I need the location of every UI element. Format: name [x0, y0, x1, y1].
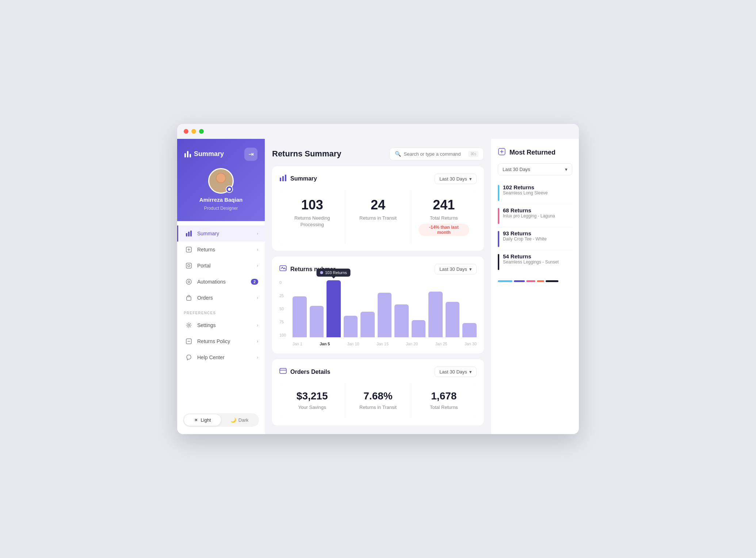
chart-bar-6	[378, 293, 392, 337]
page-title: Returns Summary	[272, 149, 341, 159]
stat-returns-needing: 103 Returns NeedingProcessing	[279, 190, 345, 243]
close-dot[interactable]	[184, 129, 188, 134]
nav-label-settings: Settings	[197, 322, 252, 328]
orders-stat-total: 1,678 Total Returns	[411, 383, 477, 418]
returned-items-list: 102 Returns Seamless Long Sleeve 68 Retu…	[498, 181, 572, 273]
nav-label-orders: Orders	[197, 295, 252, 301]
maximize-dot[interactable]	[199, 129, 204, 134]
panel-title-label: Most Returned	[509, 149, 555, 156]
item-info-1: 68 Returns Inlux pro Legging - Laguna	[503, 207, 555, 219]
panel-period-dropdown[interactable]: Last 30 Days ▾	[498, 163, 572, 175]
preferences-label: PREFERENCES	[177, 306, 265, 317]
orders-period-dropdown[interactable]: Last 30 Days ▾	[435, 367, 477, 377]
chart-card: Returns nubmer Last 30 Days ▾ 100 75 50 …	[272, 257, 484, 353]
chart-bar-group-9	[428, 280, 443, 337]
user-name: Amirreza Baqian	[199, 197, 243, 203]
orders-stat-number-0: $3,215	[287, 390, 337, 402]
nav-label-returns-policy: Returns Policy	[197, 338, 252, 344]
sidebar-item-returns[interactable]: Returns ›	[177, 242, 265, 258]
svg-rect-7	[186, 263, 191, 268]
exit-button[interactable]: ⇥	[244, 148, 257, 161]
search-bar[interactable]: 🔍 ⌘s	[389, 148, 484, 160]
chart-bar-3	[327, 280, 341, 337]
svg-rect-11	[187, 297, 191, 300]
sidebar-item-help-center[interactable]: Help Center ›	[177, 349, 265, 365]
sidebar-item-settings[interactable]: Settings ›	[177, 317, 265, 333]
chart-bar-7	[394, 304, 409, 337]
chart-bar-10	[446, 302, 460, 337]
sidebar-item-summary[interactable]: Summary ›	[177, 225, 265, 242]
sidebar-nav: Summary › Returns › Portal ›	[177, 221, 265, 409]
y-label-25: 25	[279, 293, 290, 298]
chevron-right-icon: ›	[257, 355, 258, 360]
search-input[interactable]	[404, 151, 465, 157]
stat-total-returns: 241 Total Returns -14% than last month	[411, 190, 477, 243]
summary-period-dropdown[interactable]: Last 30 Days ▾	[435, 174, 477, 184]
svg-point-12	[188, 324, 190, 326]
user-role: Product Designer	[204, 206, 238, 211]
y-label-75: 75	[279, 320, 290, 324]
summary-stats: 103 Returns NeedingProcessing 24 Returns…	[279, 190, 477, 243]
sidebar-top-row: Summary ⇥	[184, 148, 257, 161]
chart-bar-group-6	[378, 280, 392, 337]
chart-bars: 103 Returns	[293, 280, 477, 337]
x-label-jan10: Jan 10	[347, 342, 359, 346]
svg-point-8	[188, 265, 190, 267]
svg-rect-16	[285, 175, 286, 181]
item-returns-2: 93 Returns	[503, 230, 547, 236]
item-name-1: Inlux pro Legging - Laguna	[503, 213, 555, 219]
orders-icon	[185, 294, 193, 302]
chart-y-labels: 100 75 50 25 0	[279, 280, 290, 337]
dark-theme-button[interactable]: 🌙 Dark	[221, 414, 258, 426]
item-name-3: Seamless Leggings - Sunset	[503, 259, 559, 265]
stat-number-2: 241	[419, 197, 469, 213]
orders-card-title: Orders Details	[290, 369, 330, 375]
orders-stat-transit: 7.68% Returns in Transit	[345, 383, 411, 418]
svg-rect-4	[188, 232, 190, 236]
search-icon: 🔍	[395, 151, 401, 157]
svg-rect-5	[190, 231, 192, 236]
x-label-jan20: Jan 20	[406, 342, 418, 346]
chart-bar-group-3: 103 Returns	[327, 280, 341, 337]
chart-bar-11	[462, 323, 477, 337]
svg-point-10	[188, 281, 190, 282]
chevron-right-icon: ›	[257, 231, 258, 236]
avatar-area: Amirreza Baqian Product Designer	[184, 168, 257, 211]
stat-returns-transit: 24 Returns in Transit	[345, 190, 411, 243]
svg-rect-3	[186, 233, 187, 236]
chevron-down-icon: ▾	[469, 266, 472, 272]
orders-stat-label-2: Total Returns	[419, 404, 469, 411]
theme-switcher: ☀ Light 🌙 Dark	[183, 413, 259, 427]
minimize-dot[interactable]	[191, 129, 196, 134]
stat-label-2: Total Returns	[419, 215, 469, 221]
chart-bar-group-7	[394, 280, 409, 337]
light-theme-button[interactable]: ☀ Light	[184, 414, 221, 426]
sidebar-item-portal[interactable]: Portal ›	[177, 258, 265, 274]
sidebar-item-automations[interactable]: Automations 2	[177, 274, 265, 290]
main-header: Returns Summary 🔍 ⌘s	[272, 148, 484, 160]
chart-bar-4	[344, 316, 358, 337]
stat-label-0: Returns NeedingProcessing	[287, 215, 337, 228]
sidebar-item-returns-policy[interactable]: Returns Policy ›	[177, 333, 265, 349]
legend-seg-2	[526, 280, 535, 282]
stat-label-1: Returns in Transit	[352, 215, 403, 221]
legend-seg-1	[514, 280, 525, 282]
chart-bar-group-11	[462, 280, 477, 337]
chart-period-dropdown[interactable]: Last 30 Days ▾	[435, 264, 477, 274]
chart-bar-2	[310, 306, 324, 337]
svg-rect-15	[282, 176, 284, 181]
chevron-down-icon: ▾	[469, 369, 472, 375]
tooltip-text: 103 Returns	[325, 270, 347, 275]
main-content: Returns Summary 🔍 ⌘s Summary	[265, 139, 491, 434]
summary-card-icon	[279, 174, 287, 183]
light-label: Light	[201, 417, 211, 423]
chart-bar-group-5	[360, 280, 375, 337]
chevron-right-icon: ›	[257, 247, 258, 252]
item-info-3: 54 Returns Seamless Leggings - Sunset	[503, 253, 559, 265]
item-info-0: 102 Returns Seamless Long Sleeve	[503, 184, 548, 196]
chart-bar-group-2	[310, 280, 324, 337]
returned-item-2: 93 Returns Daily Crop Tee - White	[498, 227, 572, 250]
sidebar-item-orders[interactable]: Orders ›	[177, 290, 265, 306]
sun-icon: ☀	[194, 417, 198, 423]
orders-stat-label-1: Returns in Transit	[352, 404, 403, 411]
